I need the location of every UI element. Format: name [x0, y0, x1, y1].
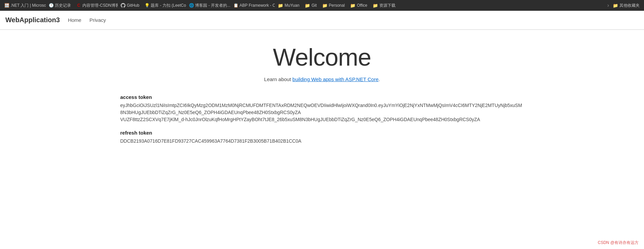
- folder-personal-icon: 📁: [322, 3, 328, 8]
- folder-git-icon: 📁: [305, 3, 310, 8]
- abp-icon: 📋: [233, 3, 238, 8]
- access-token-value: eyJhbGciOiJSUzl1NiIsImtpZCI6IkQyMzg2ODM1…: [120, 102, 524, 123]
- folder-muyuan[interactable]: 📁 MuYuan: [275, 2, 302, 9]
- bookmark-abp[interactable]: 📋 ABP Framework - O...: [231, 2, 275, 9]
- folder-git[interactable]: 📁 Git: [302, 2, 319, 9]
- csdn-icon: C: [76, 3, 81, 8]
- nav-privacy[interactable]: Privacy: [89, 16, 106, 24]
- folder-other[interactable]: 📁 其他收藏夹: [610, 2, 642, 9]
- folder-office[interactable]: 📁 Office: [348, 2, 370, 9]
- bookmark-history[interactable]: 🕐 历史记录: [46, 2, 73, 9]
- folder-download[interactable]: 📁 资源下载: [370, 2, 398, 9]
- leetcode-icon: 💡: [145, 3, 149, 8]
- token-section: access token eyJhbGciOiJSUzl1NiIsImtpZCI…: [93, 94, 551, 145]
- bookmark-dotnet[interactable]: 🪟 .NET 入门 | Microso...: [2, 2, 46, 9]
- main-content: Welcome Learn about building Web apps wi…: [87, 30, 558, 158]
- learn-suffix: .: [379, 76, 380, 82]
- more-bookmarks-chevron[interactable]: ›: [607, 2, 609, 8]
- folder-download-icon: 📁: [373, 3, 378, 8]
- learn-link[interactable]: building Web apps with ASP.NET Core: [293, 76, 379, 82]
- folder-other-icon: 📁: [613, 3, 618, 8]
- learn-prefix: Learn about: [264, 76, 292, 82]
- nav-home[interactable]: Home: [68, 16, 81, 24]
- github-icon: [121, 3, 125, 8]
- navbar-brand[interactable]: WebApplication3: [5, 16, 60, 24]
- navbar: WebApplication3 Home Privacy: [0, 11, 644, 30]
- folder-muyuan-icon: 📁: [278, 3, 283, 8]
- welcome-heading: Welcome: [93, 43, 551, 71]
- refresh-token-value: DDCB2193A0716D7E81FD93727CAC459963A7764D…: [120, 138, 524, 145]
- cnblogs-icon: 🌐: [189, 3, 194, 8]
- folder-office-icon: 📁: [350, 3, 355, 8]
- history-icon: 🕐: [49, 3, 53, 8]
- bookmarks-bar: 🪟 .NET 入门 | Microso... 🕐 历史记录 C 内容管理-CSD…: [0, 0, 644, 11]
- bookmark-github[interactable]: GitHub: [118, 2, 142, 9]
- dotnet-icon: 🪟: [4, 3, 9, 8]
- access-token-label: access token: [120, 94, 524, 100]
- bookmark-leetcode[interactable]: 💡 题库 - 力扣 (LeetCo...: [142, 2, 186, 9]
- learn-text: Learn about building Web apps with ASP.N…: [93, 76, 551, 82]
- folder-personal[interactable]: 📁 Personal: [320, 2, 347, 9]
- bookmark-cnblogs[interactable]: 🌐 博客园 - 开发者的...: [187, 2, 230, 9]
- refresh-token-label: refresh token: [120, 130, 524, 136]
- bookmark-csdn[interactable]: C 内容管理-CSDN博客: [74, 2, 118, 9]
